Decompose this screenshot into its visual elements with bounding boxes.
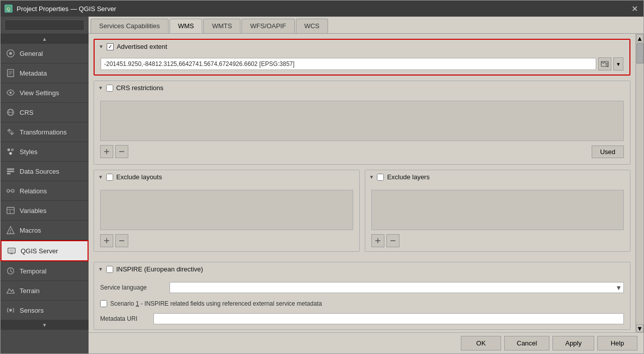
extent-input[interactable] — [101, 58, 596, 70]
sidebar-item-styles[interactable]: Styles — [1, 142, 89, 162]
inspire-section: ▼ INSPIRE (European directive) Service l… — [94, 262, 630, 330]
crs-restrictions-section: ▼ CRS restrictions — [94, 81, 630, 165]
sidebar-scroll-down[interactable]: ▼ — [1, 320, 89, 330]
crs-list — [100, 101, 624, 141]
data-sources-icon — [6, 166, 16, 176]
sidebar-item-crs[interactable]: CRS — [1, 103, 89, 122]
inspire-header: ▼ INSPIRE (European directive) — [94, 262, 630, 276]
main-content: ▼ ✓ Advertised extent ▼ — [89, 34, 635, 332]
styles-label: Styles — [20, 148, 37, 156]
svg-point-17 — [7, 189, 10, 192]
sidebar-item-metadata[interactable]: Metadata — [1, 63, 89, 83]
apply-button[interactable]: Apply — [552, 336, 594, 350]
tab-wmts[interactable]: WMTS — [203, 19, 240, 33]
close-button[interactable]: ✕ — [629, 4, 639, 14]
transformations-icon — [6, 127, 16, 137]
tab-wcs[interactable]: WCS — [296, 19, 328, 33]
metadata-icon — [6, 68, 16, 78]
layers-remove-button[interactable] — [386, 234, 399, 247]
ok-button[interactable]: OK — [461, 336, 501, 350]
tab-wfs-oapif[interactable]: WFS/OAPIF — [242, 19, 295, 33]
content-area: Services Capabilities WMS WMTS WFS/OAPIF… — [89, 17, 643, 353]
sidebar-item-data-sources[interactable]: Data Sources — [1, 162, 89, 181]
layouts-add-button[interactable] — [100, 234, 113, 247]
relations-icon — [6, 186, 16, 196]
layers-list — [371, 190, 624, 230]
inspire-collapse-arrow[interactable]: ▼ — [98, 266, 103, 272]
sidebar: ▲ General Metadata View Settings — [1, 17, 89, 353]
sidebar-item-view-settings[interactable]: View Settings — [1, 83, 89, 103]
sidebar-item-qgis-server[interactable]: QGIS Server — [1, 240, 89, 261]
service-language-dropdown[interactable] — [170, 282, 624, 293]
svg-point-25 — [10, 232, 11, 233]
general-label: General — [20, 50, 43, 57]
sidebar-item-general[interactable]: General — [1, 44, 89, 63]
transformations-label: Transformations — [20, 128, 66, 136]
macros-icon — [6, 225, 16, 235]
exclude-layers-collapse-arrow[interactable]: ▼ — [369, 174, 374, 180]
advertised-extent-collapse-arrow[interactable]: ▼ — [99, 44, 104, 49]
sensors-label: Sensors — [20, 307, 44, 314]
temporal-icon — [6, 266, 16, 276]
terrain-label: Terrain — [20, 287, 40, 295]
crs-add-button[interactable] — [100, 145, 113, 158]
sidebar-item-temporal[interactable]: Temporal — [1, 261, 89, 281]
layouts-list — [100, 190, 353, 230]
tab-wms[interactable]: WMS — [170, 19, 203, 33]
help-button[interactable]: Help — [597, 336, 637, 350]
svg-rect-20 — [7, 207, 14, 214]
sensors-icon — [6, 305, 16, 315]
styles-icon — [6, 147, 16, 157]
metadata-uri-input[interactable] — [153, 313, 624, 324]
scenario1-checkbox[interactable] — [100, 300, 107, 307]
sidebar-item-transformations[interactable]: Transformations — [1, 122, 89, 142]
crs-used-button[interactable]: Used — [592, 146, 624, 158]
layers-add-button[interactable] — [371, 234, 384, 247]
crs-restrictions-title: CRS restrictions — [116, 84, 164, 92]
crs-restrictions-collapse-arrow[interactable]: ▼ — [98, 85, 103, 91]
title-bar: Q Project Properties — QGIS Server ✕ — [1, 1, 643, 17]
sidebar-item-relations[interactable]: Relations — [1, 181, 89, 201]
cancel-button[interactable]: Cancel — [504, 336, 549, 350]
qgis-server-icon — [7, 246, 17, 256]
tabs-bar: Services Capabilities WMS WMTS WFS/OAPIF… — [89, 17, 643, 34]
variables-icon — [6, 205, 16, 216]
sidebar-item-macros[interactable]: Macros — [1, 221, 89, 240]
inspire-checkbox[interactable] — [106, 266, 113, 273]
exclude-layers-title: Exclude layers — [387, 173, 430, 181]
exclude-layouts-section: ▼ Exclude layouts — [94, 170, 360, 252]
scrollbar[interactable]: ▲ ▼ — [635, 34, 643, 332]
scroll-up-button[interactable]: ▲ — [636, 34, 643, 42]
tab-services-capabilities[interactable]: Services Capabilities — [91, 19, 169, 33]
svg-point-35 — [9, 309, 12, 311]
sidebar-item-terrain[interactable]: Terrain — [1, 281, 89, 301]
svg-point-11 — [8, 149, 10, 151]
exclude-layouts-title: Exclude layouts — [116, 173, 162, 181]
extent-dropdown-button[interactable]: ▼ — [613, 57, 623, 70]
view-settings-icon — [6, 88, 16, 98]
view-settings-label: View Settings — [20, 89, 59, 97]
exclude-section-row: ▼ Exclude layouts — [94, 170, 630, 257]
crs-restrictions-header: ▼ CRS restrictions — [94, 81, 630, 95]
scrollbar-thumb[interactable] — [636, 43, 643, 63]
exclude-layers-checkbox[interactable] — [377, 174, 384, 181]
crs-label: CRS — [20, 109, 33, 116]
search-input[interactable] — [5, 20, 85, 31]
extent-map-button[interactable] — [598, 57, 611, 70]
layouts-remove-button[interactable] — [115, 234, 128, 247]
sidebar-item-variables[interactable]: Variables — [1, 201, 89, 221]
sidebar-scroll-up[interactable]: ▲ — [1, 34, 89, 44]
general-icon — [6, 48, 16, 58]
advertised-extent-checkbox[interactable]: ✓ — [107, 43, 114, 50]
svg-rect-16 — [7, 173, 11, 175]
crs-restrictions-checkbox[interactable] — [106, 85, 113, 92]
service-language-label: Service language — [100, 284, 166, 291]
exclude-layouts-collapse-arrow[interactable]: ▼ — [98, 174, 103, 180]
crs-remove-button[interactable] — [115, 145, 128, 158]
inspire-title: INSPIRE (European directive) — [116, 265, 203, 273]
exclude-layouts-checkbox[interactable] — [106, 174, 113, 181]
scroll-down-button[interactable]: ▼ — [636, 324, 643, 332]
exclude-layers-section: ▼ Exclude layers — [365, 170, 631, 252]
terrain-icon — [6, 286, 16, 296]
sidebar-item-sensors[interactable]: Sensors — [1, 301, 89, 320]
